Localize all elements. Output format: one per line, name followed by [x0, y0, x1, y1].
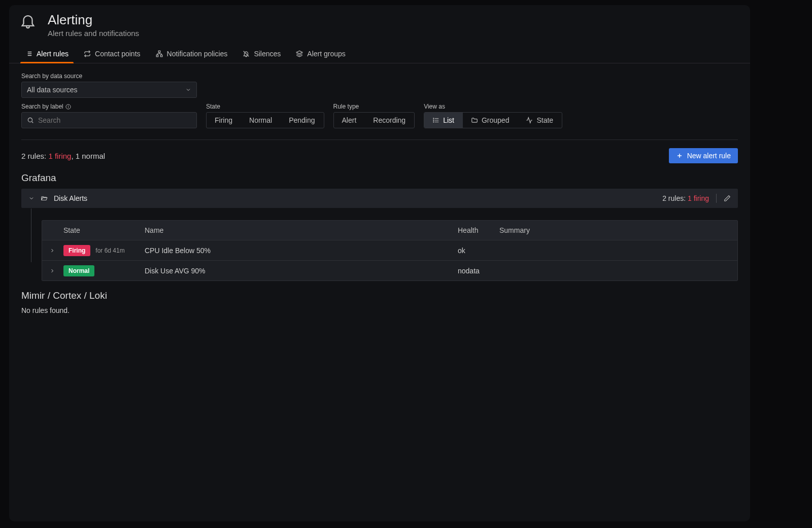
svg-point-20	[433, 120, 434, 120]
rule-health: ok	[458, 247, 499, 255]
plus-icon	[676, 152, 683, 159]
page-subtitle: Alert rules and notifications	[48, 29, 139, 38]
viewas-group: List Grouped State	[424, 112, 562, 128]
content: Search by data source All data sources S…	[9, 63, 750, 324]
viewas-state[interactable]: State	[518, 113, 562, 128]
bell-icon	[19, 12, 37, 31]
page-header: Alerting Alert rules and notifications	[9, 5, 750, 40]
info-icon[interactable]	[65, 104, 71, 110]
divider	[21, 139, 738, 140]
table-row[interactable]: Firing for 6d 41m CPU Idle Below 50% ok	[42, 240, 737, 260]
ruletype-label: Rule type	[333, 103, 415, 110]
state-badge: Firing	[63, 245, 90, 256]
search-field: Search by label	[21, 103, 197, 128]
ruletype-field: Rule type Alert Recording	[333, 103, 415, 128]
search-input[interactable]	[38, 116, 191, 124]
alerting-page: Alerting Alert rules and notifications A…	[9, 5, 750, 521]
datasource-field: Search by data source All data sources	[21, 73, 738, 98]
col-summary: Summary	[499, 226, 730, 234]
viewas-label: View as	[424, 103, 562, 110]
no-rules-text: No rules found.	[21, 306, 738, 314]
mimir-section-title: Mimir / Cortex / Loki	[21, 290, 738, 301]
state-field: State Firing Normal Pending	[206, 103, 324, 128]
tab-label: Silences	[254, 50, 281, 58]
folder-name: Disk Alerts	[54, 194, 87, 202]
svg-point-14	[28, 118, 32, 122]
svg-marker-10	[296, 51, 302, 54]
new-alert-rule-button[interactable]: New alert rule	[669, 148, 738, 163]
firing-count: 1 firing	[48, 152, 71, 160]
rule-name: CPU Idle Below 50%	[145, 247, 458, 255]
rule-name: Disk Use AVG 90%	[145, 267, 458, 275]
grafana-section-title: Grafana	[21, 172, 738, 184]
summary-text: 2 rules: 1 firing, 1 normal	[21, 152, 105, 160]
folder-bar[interactable]: Disk Alerts 2 rules: 1 firing	[21, 189, 738, 208]
tab-label: Alert rules	[37, 50, 69, 58]
svg-rect-7	[156, 55, 158, 57]
folder-rules-text: 2 rules: 1 firing	[662, 194, 709, 202]
header-titles: Alerting Alert rules and notifications	[48, 12, 139, 38]
viewas-field: View as List Grouped State	[424, 103, 562, 128]
rule-health: nodata	[458, 267, 499, 275]
tabs: Alert rules Contact points Notification …	[9, 40, 750, 63]
svg-point-19	[433, 118, 434, 119]
tree-line	[31, 208, 31, 262]
chevron-down-icon[interactable]	[28, 195, 35, 201]
filters-row: Search by label State Firing Normal Pend…	[21, 103, 738, 128]
sitemap-icon	[156, 50, 163, 57]
list-icon	[25, 50, 32, 57]
bell-slash-icon	[243, 50, 250, 57]
folder-right: 2 rules: 1 firing	[662, 194, 731, 203]
folder-open-icon	[41, 195, 48, 202]
tab-notification-policies[interactable]: Notification policies	[156, 47, 228, 63]
col-name: Name	[145, 226, 458, 234]
viewas-list[interactable]: List	[424, 113, 463, 128]
chevron-down-icon	[185, 87, 191, 93]
tab-label: Notification policies	[167, 50, 228, 58]
svg-point-21	[433, 122, 434, 122]
tab-alert-rules[interactable]: Alert rules	[25, 47, 69, 63]
search-input-wrap[interactable]	[21, 112, 197, 128]
datasource-label: Search by data source	[21, 73, 738, 80]
search-icon	[27, 117, 34, 124]
state-group: Firing Normal Pending	[206, 112, 324, 128]
state-badge: Normal	[63, 265, 94, 276]
ruletype-recording[interactable]: Recording	[365, 113, 414, 128]
arrows-icon	[84, 50, 91, 57]
datasource-value: All data sources	[27, 86, 78, 94]
summary-row: 2 rules: 1 firing, 1 normal New alert ru…	[21, 148, 738, 163]
state-firing[interactable]: Firing	[207, 113, 241, 128]
state-normal[interactable]: Normal	[241, 113, 281, 128]
tab-label: Alert groups	[307, 50, 345, 58]
list-icon	[432, 117, 439, 124]
svg-rect-8	[160, 55, 162, 57]
table-row[interactable]: Normal Disk Use AVG 90% nodata	[42, 260, 737, 280]
separator	[716, 194, 717, 203]
ruletype-group: Alert Recording	[333, 112, 415, 128]
activity-icon	[526, 117, 533, 124]
search-label: Search by label	[21, 103, 197, 110]
pencil-icon[interactable]	[724, 195, 731, 202]
svg-line-15	[32, 122, 33, 123]
datasource-select[interactable]: All data sources	[21, 82, 197, 98]
svg-rect-6	[158, 51, 160, 53]
ruletype-alert[interactable]: Alert	[334, 113, 365, 128]
table-header: State Name Health Summary	[42, 221, 737, 240]
tab-contact-points[interactable]: Contact points	[84, 47, 141, 63]
col-state: State	[63, 226, 145, 234]
tab-silences[interactable]: Silences	[243, 47, 281, 63]
state-label: State	[206, 103, 324, 110]
viewas-grouped[interactable]: Grouped	[463, 113, 518, 128]
layers-icon	[296, 50, 303, 57]
chevron-right-icon[interactable]	[49, 248, 55, 254]
duration-text: for 6d 41m	[95, 247, 124, 254]
col-health: Health	[458, 226, 499, 234]
tab-label: Contact points	[95, 50, 141, 58]
rules-table: State Name Health Summary Firing for 6d …	[42, 220, 738, 281]
state-pending[interactable]: Pending	[281, 113, 323, 128]
chevron-right-icon[interactable]	[49, 268, 55, 274]
tab-alert-groups[interactable]: Alert groups	[296, 47, 345, 63]
folder-left: Disk Alerts	[28, 194, 87, 202]
folder-icon	[471, 117, 478, 124]
page-title: Alerting	[48, 12, 139, 28]
